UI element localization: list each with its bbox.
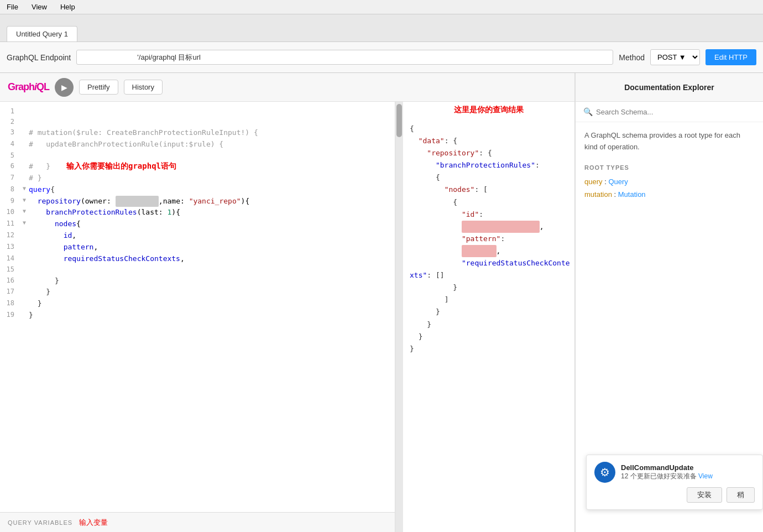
query-type-name: query [584, 178, 603, 186]
editor-scrollbar[interactable] [395, 102, 403, 532]
code-line: 16 } [0, 275, 395, 287]
code-line: 15 [0, 264, 395, 275]
result-line: } [410, 331, 568, 343]
input-annotation: 输入你需要输出的graphql语句 [66, 160, 176, 172]
code-line: 17 } [0, 286, 395, 298]
method-select[interactable]: POST ▼ GET PUT DELETE [650, 49, 700, 65]
code-line: 1 [0, 106, 395, 117]
notif-install-button[interactable]: 安装 [687, 487, 722, 503]
notif-icon: ⚙ [594, 462, 615, 483]
mutation-type-link[interactable]: Mutation [618, 190, 646, 199]
query-vars-bar: QUERY VARIABLES 输入变量 [0, 512, 395, 532]
code-line: 19 } [0, 310, 395, 321]
result-line: xts": [] [410, 269, 568, 281]
query-vars-hint: 输入变量 [79, 518, 108, 528]
result-line: ████████, [410, 245, 568, 257]
main-area: GraphiQL ▶ Prettify History 1 2 [0, 73, 763, 532]
edit-http-button[interactable]: Edit HTTP [705, 49, 756, 65]
endpoint-label: GraphQL Endpoint [7, 53, 71, 62]
method-label: Method [619, 53, 645, 62]
notif-title: DellCommandUpdate [621, 463, 755, 472]
doc-search-bar: 🔍 [576, 102, 763, 122]
menu-bar: File View Help [0, 0, 763, 14]
doc-description: A GraphQL schema provides a root type fo… [584, 130, 754, 153]
result-line: "id": [410, 208, 568, 221]
result-line: } [410, 306, 568, 318]
code-line: 13 pattern, [0, 242, 395, 253]
result-panel: 这里是你的查询结果 { "data": { "repository": { "b… [403, 102, 574, 532]
doc-type-mutation: mutation : Mutation [584, 190, 754, 199]
history-button[interactable]: History [124, 80, 163, 95]
result-line: "nodes": [ [410, 184, 568, 196]
code-area[interactable]: 1 2 3 # mutation($rule: CreateBranchProt… [0, 102, 395, 512]
notif-top: ⚙ DellCommandUpdate 12 个更新已做好安装准备 View [594, 462, 755, 483]
code-line: 7 # } [0, 173, 395, 184]
query-vars-label: QUERY VARIABLES [8, 519, 72, 526]
doc-explorer: Documentation Explorer 🔍 A GraphQL schem… [575, 73, 763, 532]
code-line: 8 ▼ query{ [0, 184, 395, 196]
run-button[interactable]: ▶ [55, 78, 74, 97]
graphiql-toolbar: GraphiQL ▶ Prettify History [0, 73, 574, 102]
code-line: 5 [0, 150, 395, 161]
result-line: { [410, 171, 568, 184]
result-code[interactable]: { "data": { "repository": { "branchProte… [403, 118, 574, 532]
code-line: 12 id, [0, 230, 395, 242]
doc-explorer-title: Documentation Explorer [576, 73, 763, 102]
schema-search-input[interactable] [596, 108, 755, 116]
result-line: "data": { [410, 135, 568, 147]
code-line: 11 ▼ nodes{ [0, 218, 395, 230]
result-line: "repository": { [410, 147, 568, 159]
query-type-link[interactable]: Query [608, 178, 628, 186]
query-tab[interactable]: Untitled Query 1 [7, 26, 77, 41]
result-line: ] [410, 294, 568, 306]
root-types-label: ROOT TYPES [584, 164, 754, 171]
endpoint-input[interactable] [76, 50, 613, 65]
query-editor[interactable]: 1 2 3 # mutation($rule: CreateBranchProt… [0, 102, 395, 532]
result-line: ██████████████████, [410, 221, 568, 233]
result-line: } [410, 319, 568, 331]
result-line: { [410, 196, 568, 208]
result-header: 这里是你的查询结果 [403, 102, 574, 118]
code-line: 3 # mutation($rule: CreateBranchProtecti… [0, 127, 395, 139]
endpoint-bar: GraphQL Endpoint Method POST ▼ GET PUT D… [0, 42, 763, 73]
menu-view[interactable]: View [29, 2, 49, 12]
result-line: "requiredStatusCheckConte [410, 257, 568, 269]
result-line: "branchProtectionRules": [410, 159, 568, 171]
code-line: 2 [0, 117, 395, 127]
code-line: 14 requiredStatusCheckContexts, [0, 253, 395, 265]
notification: ⚙ DellCommandUpdate 12 个更新已做好安装准备 View 安… [586, 455, 763, 510]
result-line: } [410, 343, 568, 355]
code-line: 18 } [0, 298, 395, 310]
code-line: 6 # } [0, 161, 395, 173]
graphiql-panel: GraphiQL ▶ Prettify History 1 2 [0, 73, 575, 532]
prettify-button[interactable]: Prettify [79, 80, 118, 95]
mutation-type-name: mutation [584, 190, 612, 199]
result-line: { [410, 123, 568, 135]
code-line: 4 # updateBranchProtectionRule(input:$ru… [0, 139, 395, 150]
tab-bar: Untitled Query 1 [0, 14, 763, 42]
result-line: } [410, 281, 568, 294]
notif-buttons: 安装 稍 [594, 487, 755, 503]
notif-later-button[interactable]: 稍 [727, 487, 755, 503]
code-line: 9 ▼ repository(owner: ██████████,name: "… [0, 196, 395, 207]
notif-desc: 12 个更新已做好安装准备 View [621, 472, 755, 481]
search-icon: 🔍 [583, 107, 593, 116]
notif-view-link[interactable]: View [698, 472, 713, 480]
graphiql-logo: GraphiQL [8, 81, 49, 93]
notif-content: DellCommandUpdate 12 个更新已做好安装准备 View [621, 463, 755, 481]
menu-help[interactable]: Help [58, 2, 77, 12]
result-line: "pattern": [410, 233, 568, 245]
code-line: 10 ▼ branchProtectionRules(last: 1){ [0, 207, 395, 218]
doc-type-query: query : Query [584, 178, 754, 186]
menu-file[interactable]: File [4, 2, 20, 12]
editor-area: 1 2 3 # mutation($rule: CreateBranchProt… [0, 102, 574, 532]
